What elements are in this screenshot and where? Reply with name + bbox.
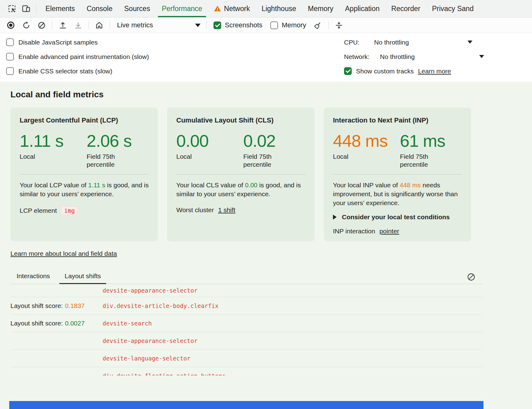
layout-shift-row[interactable]: Layout shift score: 0.1837 div.devsite-a… [10,297,482,315]
learn-more-field-data-link[interactable]: Learn more about local and field data [10,250,117,257]
card-title: Cumulative Layout Shift (CLS) [176,116,305,124]
tab-interactions[interactable]: Interactions [15,272,51,284]
disclosure-triangle-icon [333,215,337,220]
clear-icon[interactable] [34,18,49,32]
layout-shift-rows: devsite-appearance-selector Layout shift… [10,284,482,376]
lcp-card: Largest Contentful Paint (LCP) 1.11 s Lo… [10,107,158,241]
tab-label: Performance [162,5,202,13]
memory-checkbox[interactable]: Memory [270,21,306,29]
selected-log-row-partial[interactable] [9,401,483,409]
show-custom-tracks-checkbox[interactable] [344,67,352,75]
tab-recorder[interactable]: Recorder [385,0,426,17]
load-profile-icon[interactable] [55,18,70,32]
desc-value: 1.11 s [88,181,105,189]
metric-cards: Largest Contentful Paint (LCP) 1.11 s Lo… [10,107,482,241]
layout-shift-row-partial[interactable]: div.devsite-floating-action-buttons [10,367,482,376]
tab-label: Network [224,5,250,13]
tab-elements[interactable]: Elements [40,0,81,17]
record-button[interactable] [3,18,18,32]
checkbox-label: Enable advanced paint instrumentation (s… [18,53,149,60]
tab-console[interactable]: Console [81,0,118,17]
tab-performance[interactable]: Performance [156,0,208,17]
disclosure-label: Consider your local test conditions [342,213,450,221]
checkbox-unchecked-icon[interactable] [6,53,14,60]
network-label: Network: [344,53,380,60]
node-link[interactable]: devsite-appearance-selector [103,287,198,294]
network-throttling-select[interactable]: Network: No throttling [344,49,528,64]
cls-field-label: Field 75th percentile [243,153,289,169]
desc-text: Your local INP value of [333,181,400,189]
tab-layout-shifts[interactable]: Layout shifts [64,272,102,284]
separator [110,21,110,29]
tab-label: Memory [308,5,333,13]
cls-values: 0.00 Local 0.02 Field 75th percentile [176,132,305,169]
network-throttling-value: No throttling [380,53,415,60]
tab-label: Lighthouse [262,5,296,13]
inspect-element-icon[interactable] [5,0,19,17]
show-custom-tracks-label: Show custom tracks [356,68,414,75]
device-toolbar-icon[interactable] [19,0,33,17]
inp-interaction-row: INP interaction pointer [333,228,462,235]
lcp-local-value: 1.11 s [20,132,87,150]
desc-text: Your local CLS value of [176,181,245,189]
node-link[interactable]: devsite-language-selector [103,355,190,362]
lcp-values: 1.11 s Local 2.06 s Field 75th percentil… [20,132,149,169]
inp-interaction-link[interactable]: pointer [379,228,399,235]
lcp-local-label: Local [20,153,66,161]
lcp-element-node-chip[interactable]: img [61,206,78,215]
checkbox-checked-icon[interactable] [213,21,221,29]
worst-cluster-row: Worst cluster 1 shift [176,206,305,214]
checkbox-unchecked-icon[interactable] [6,67,14,75]
home-icon[interactable] [92,18,107,32]
screenshots-checkbox[interactable]: Screenshots [213,21,262,29]
local-test-conditions-disclosure[interactable]: Consider your local test conditions [333,213,462,221]
inp-values: 448 ms Local 61 ms Field 75th percentile [333,132,462,169]
lcp-field-label: Field 75th percentile [87,153,133,169]
tab-privacy-sandbox[interactable]: Privacy Sand [426,0,479,17]
worst-cluster-link[interactable]: 1 shift [218,206,235,214]
node-link[interactable]: div.devsite-article-body.clearfix [103,302,219,309]
checkbox-unchecked-icon[interactable] [6,38,14,46]
tab-network[interactable]: Network [208,0,256,17]
tab-application[interactable]: Application [339,0,385,17]
card-title: Largest Contentful Paint (LCP) [20,116,149,124]
layout-shift-row[interactable]: devsite-language-selector [10,350,482,367]
screenshots-label: Screenshots [225,21,262,29]
lcp-element-label: LCP element [20,207,57,214]
record-and-reload-icon[interactable] [18,18,34,32]
score-label: Layout shift score: [10,302,63,310]
desc-value: 448 ms [400,181,421,189]
vertical-collapse-icon[interactable] [331,18,347,32]
warning-icon [214,5,221,12]
clear-log-icon[interactable] [467,273,475,281]
layout-shift-row[interactable]: devsite-appearance-selector [10,284,482,297]
separator [52,21,52,29]
score-value: 0.0027 [65,320,84,327]
inp-field-label: Field 75th percentile [400,153,446,169]
live-metrics-log: Interactions Layout shifts devsite-appea… [10,270,482,376]
layout-shift-row[interactable]: Layout shift score: 0.0027 devsite-searc… [10,315,482,332]
card-title: Interaction to Next Paint (INP) [333,116,462,124]
cpu-throttling-select[interactable]: CPU: No throttling [344,35,528,49]
separator [206,21,207,29]
node-link[interactable]: devsite-search [103,320,152,327]
chevron-down-icon [195,24,201,27]
node-link[interactable]: devsite-appearance-selector [103,337,198,344]
desc-text: Your local LCP value of [20,181,88,189]
save-profile-icon[interactable] [70,18,86,32]
capture-settings-right: CPU: No throttling Network: No throttlin… [344,35,528,78]
history-select[interactable]: Live metrics [113,19,204,32]
learn-more-link[interactable]: Learn more [418,68,451,75]
score-value: 0.1837 [65,302,84,310]
layout-shift-row[interactable]: devsite-appearance-selector [10,332,482,350]
inp-interaction-label: INP interaction [333,228,375,235]
show-custom-tracks-row: Show custom tracks Learn more [344,64,528,78]
checkbox-unchecked-icon[interactable] [270,21,278,29]
tab-memory[interactable]: Memory [302,0,339,17]
node-link[interactable]: div.devsite-floating-action-buttons [103,372,225,376]
cls-card: Cumulative Layout Shift (CLS) 0.00 Local… [167,107,315,241]
tab-lighthouse[interactable]: Lighthouse [256,0,302,17]
tab-sources[interactable]: Sources [118,0,156,17]
broom-icon[interactable] [310,18,326,32]
separator [88,21,89,29]
